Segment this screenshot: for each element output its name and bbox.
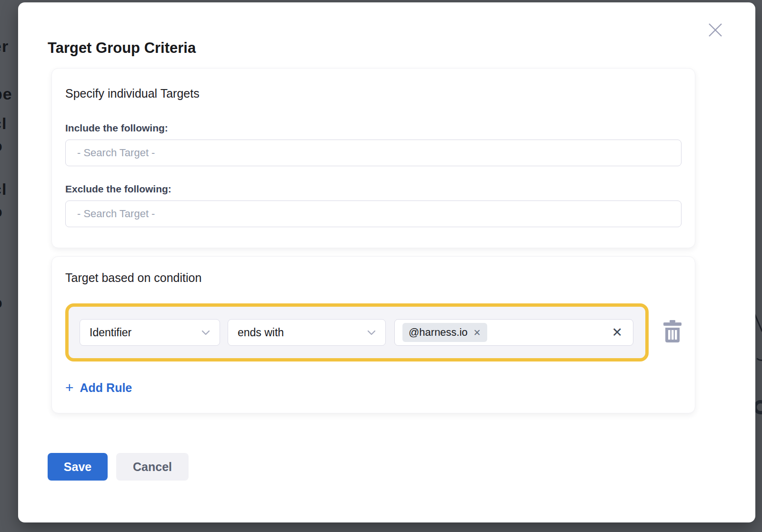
value-chip: @harness.io ✕ (402, 323, 487, 342)
clear-values-button[interactable]: ✕ (609, 326, 625, 339)
condition-card: Target based on condition Identifier end… (51, 256, 695, 413)
dialog-title: Target Group Criteria (48, 40, 196, 57)
bg-text-fragment: cl (0, 114, 7, 133)
attribute-select[interactable]: Identifier (80, 319, 220, 346)
rule-values-input[interactable]: @harness.io ✕ ✕ (394, 319, 633, 346)
close-icon (707, 21, 724, 39)
cancel-button[interactable]: Cancel (116, 453, 189, 481)
bg-text-fragment: o (0, 202, 3, 221)
exclude-targets-input[interactable] (65, 201, 682, 227)
bg-text-fragment: o (0, 137, 3, 155)
exclude-label: Exclude the following: (65, 183, 682, 195)
attribute-select-value: Identifier (90, 326, 131, 339)
bg-text-fragment: o (0, 293, 3, 312)
delete-rule-button[interactable] (662, 319, 684, 344)
bg-text-fragment: er (0, 37, 9, 56)
target-group-criteria-dialog: Target Group Criteria Specify individual… (18, 2, 755, 522)
individual-targets-heading: Specify individual Targets (65, 87, 682, 100)
bg-text-fragment: cl (0, 180, 7, 199)
trash-icon (662, 320, 684, 343)
dialog-footer: Save Cancel (48, 453, 189, 481)
add-rule-button[interactable]: + Add Rule (65, 381, 132, 395)
chevron-down-icon (367, 330, 376, 335)
value-chip-label: @harness.io (409, 326, 468, 339)
save-button[interactable]: Save (48, 453, 108, 481)
plus-icon: + (65, 381, 74, 395)
individual-targets-card: Specify individual Targets Include the f… (51, 68, 695, 248)
include-label: Include the following: (65, 122, 682, 134)
close-button[interactable] (706, 20, 725, 40)
add-rule-label: Add Rule (80, 381, 132, 395)
bg-artifact-curve (754, 347, 762, 361)
chevron-down-icon (201, 330, 210, 335)
operator-select-value: ends with (238, 326, 284, 339)
chip-remove-icon[interactable]: ✕ (473, 328, 481, 337)
condition-heading: Target based on condition (65, 271, 682, 285)
condition-rule-row: Identifier ends with @harness.io (65, 303, 649, 361)
bg-text-fragment: pe (0, 85, 12, 103)
operator-select[interactable]: ends with (228, 319, 386, 346)
include-targets-input[interactable] (65, 140, 682, 166)
